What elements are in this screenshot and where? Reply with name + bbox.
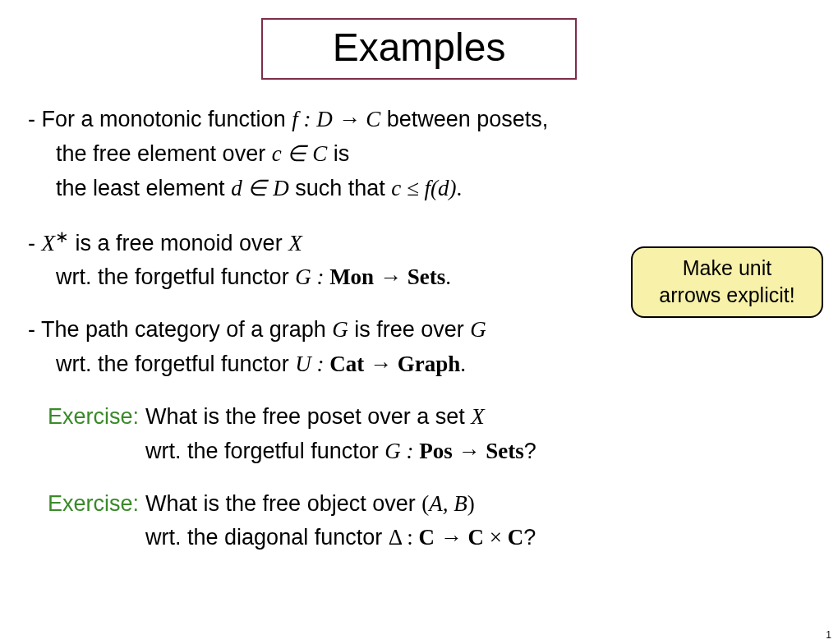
- text: wrt. the forgetful functor: [145, 439, 384, 463]
- times: ×: [484, 525, 508, 550]
- cat-mon: Mon: [329, 264, 374, 289]
- math-open: (: [421, 491, 429, 516]
- exercise-label: Exercise:: [48, 404, 139, 429]
- math-X: X: [471, 404, 485, 429]
- text: the least element: [56, 176, 231, 200]
- math-U: U :: [295, 352, 329, 376]
- math-AB: A, B: [429, 491, 467, 516]
- cat-C2: C: [468, 525, 485, 550]
- text: .: [457, 176, 463, 200]
- slide: Examples - For a monotonic function f : …: [0, 0, 838, 644]
- math-G: G :: [295, 264, 329, 289]
- bullet-path-category: - The path category of a graph G is free…: [28, 313, 810, 382]
- text: is free over: [348, 317, 471, 342]
- exercise-label: Exercise:: [48, 491, 139, 516]
- math-clefd: c ≤ f(d): [391, 176, 456, 200]
- text: the free element over: [56, 141, 272, 166]
- text: ?: [524, 439, 536, 463]
- text: is a free monoid over: [69, 231, 288, 255]
- math-close: ): [467, 491, 475, 516]
- math-Xstar-x: X: [42, 231, 56, 255]
- text: such that: [289, 176, 392, 200]
- bullet-monotonic: - For a monotonic function f : D → C bet…: [28, 103, 810, 206]
- arrow: →: [453, 439, 486, 463]
- math-delta: Δ :: [389, 525, 419, 550]
- callout-line1: Make unit: [638, 255, 817, 282]
- math-G1: G: [332, 317, 348, 342]
- text: ?: [523, 525, 536, 550]
- cat-pos: Pos: [419, 439, 453, 463]
- math-fdc: f : D → C: [292, 107, 380, 131]
- callout-note: Make unit arrows explicit!: [631, 246, 823, 318]
- text: - For a monotonic function: [28, 107, 292, 131]
- cat-sets: Sets: [486, 439, 524, 463]
- text: .: [445, 264, 451, 289]
- text: wrt. the forgetful functor: [56, 352, 295, 376]
- title-text: Examples: [333, 25, 506, 69]
- cat-cat: Cat: [329, 352, 364, 376]
- math-G: G :: [384, 439, 419, 463]
- math-G2: G: [470, 317, 486, 342]
- text: -: [28, 231, 42, 255]
- text: What is the free object over: [145, 491, 421, 516]
- text: - The path category of a graph: [28, 317, 332, 342]
- text: between posets,: [380, 107, 548, 131]
- text: wrt. the forgetful functor: [56, 264, 295, 289]
- cat-C1: C: [419, 525, 435, 550]
- math-dinD: d ∈ D: [231, 176, 289, 200]
- cat-graph: Graph: [398, 352, 461, 376]
- cat-C3: C: [508, 525, 524, 550]
- callout-line2: arrows explicit!: [638, 282, 817, 309]
- exercise-1: Exercise: What is the free poset over a …: [28, 400, 810, 469]
- cat-sets: Sets: [407, 264, 446, 289]
- math-X: X: [288, 231, 302, 255]
- page-number: 1: [826, 629, 831, 641]
- text: What is the free poset over a set: [145, 404, 471, 429]
- arrow: →: [374, 264, 407, 289]
- math-Xstar-star: ∗: [55, 228, 69, 246]
- math-cinC: c ∈ C: [272, 141, 328, 166]
- title-box: Examples: [261, 18, 577, 80]
- text: is: [327, 141, 349, 166]
- text: wrt. the diagonal functor: [145, 525, 389, 550]
- arrow: →: [435, 525, 468, 550]
- exercise-2: Exercise: What is the free object over (…: [28, 487, 810, 556]
- arrow: →: [364, 352, 398, 376]
- text: .: [460, 352, 466, 376]
